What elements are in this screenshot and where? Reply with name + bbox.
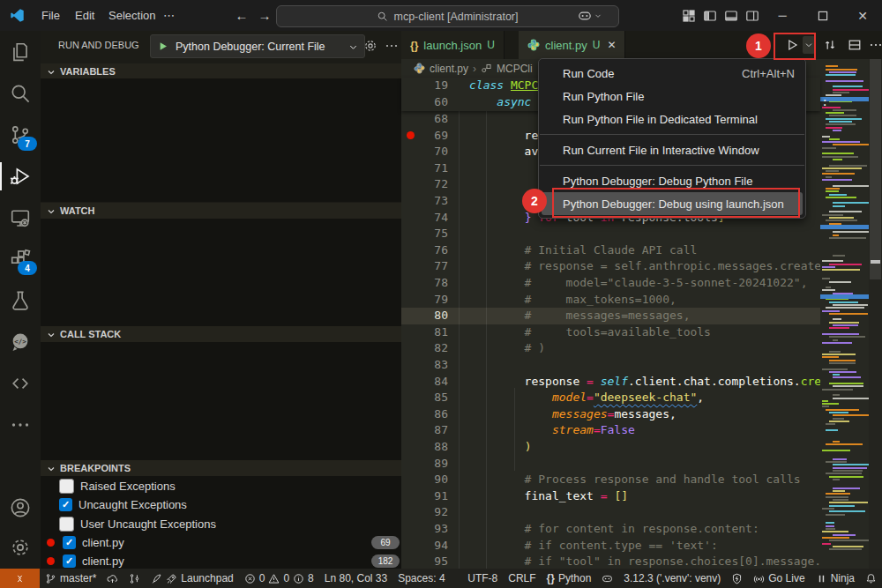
code-line[interactable]: 76 # Initial Claude API call [401,242,820,259]
menu-item-run-python-file-in-dedicated-terminal[interactable]: Run Python File in Dedicated Terminal [539,108,805,130]
editor-more-actions[interactable] [866,35,882,55]
nav-forward-button[interactable]: → [254,0,275,31]
line-number-gutter[interactable]: 85 [401,390,459,406]
line-number-gutter[interactable]: 83 [401,357,459,374]
status-publish-changes[interactable] [101,569,123,588]
status-language-mode[interactable]: {}Python [542,569,597,588]
activity-item-run-and-debug[interactable] [0,156,41,197]
status-cursor-position[interactable]: Ln 80, Col 33 [319,569,392,588]
menu-selection[interactable]: Selection [101,0,163,31]
code-line[interactable]: 90 # Process response and handle tool ca… [401,472,820,488]
minimap[interactable] [820,59,869,569]
close-button[interactable]: ✕ [843,0,882,31]
line-number-gutter[interactable]: 81 [401,324,459,341]
section-header-breakpoints[interactable]: BREAKPOINTS [41,460,405,476]
status-problems[interactable]: 008 [239,569,319,588]
breakpoint-row[interactable]: ✓client.py69 [41,533,407,552]
code-line[interactable]: 94 # if content.type == 'text': [401,538,820,555]
status-encoding[interactable]: UTF-8 [462,569,503,588]
code-line[interactable]: 77 # response = self.anthropic.messages.… [401,258,820,275]
code-line[interactable]: 80 # messages=messages, [401,308,820,324]
debug-settings-gear[interactable] [360,34,381,56]
menu-edit[interactable]: Edit [67,0,102,31]
line-number-gutter[interactable]: 87 [401,422,459,439]
nav-back-button[interactable]: ← [231,0,252,31]
editor-scrollbar[interactable] [869,59,882,569]
breadcrumb-symbol[interactable]: MCPCli [497,63,533,75]
status-launchpad[interactable]: Launchpad [146,569,238,588]
line-number-gutter[interactable]: 76 [401,242,459,259]
code-line[interactable]: 79 # max_tokens=1000, [401,292,820,309]
checkbox[interactable]: ✓ [63,555,76,568]
code-line[interactable]: 84 response = self.client.chat.completio… [401,374,820,391]
minimize-button[interactable]: ─ [762,0,803,31]
line-number-gutter[interactable]: 19 [401,78,459,94]
code-line[interactable]: 78 # model="claude-3-5-sonnet-20241022", [401,275,820,292]
menu-item-run-code[interactable]: Run CodeCtrl+Alt+N [539,62,805,85]
breakpoint-row[interactable]: ✓Uncaught Exceptions [41,495,420,514]
line-number-gutter[interactable]: 89 [401,456,459,473]
line-number-gutter[interactable]: 94 [401,538,459,555]
breadcrumb-file[interactable]: client.py [430,63,468,75]
search-input[interactable]: mcp-client [Administrator] [276,5,619,27]
line-number-gutter[interactable]: 84 [401,374,459,391]
line-number-gutter[interactable]: 95 [401,554,459,569]
status-notifications[interactable] [860,569,882,588]
activity-item-source-control[interactable]: 7 [0,115,41,155]
split-editor-icon[interactable] [845,35,864,55]
toggle-secondary-sidebar-icon[interactable] [743,0,762,31]
activity-item-extensions[interactable]: 4 [0,239,41,279]
section-header-watch[interactable]: WATCH [41,203,405,219]
code-line[interactable]: 92 [401,504,820,521]
code-line[interactable]: 87 stream=False [401,422,820,439]
line-number-gutter[interactable]: 71 [401,160,459,177]
activity-item-accounts[interactable] [0,488,41,528]
status-python-interpreter[interactable]: 3.12.3 ('.venv': venv) [618,569,726,588]
status-go-live[interactable]: Go Live [748,569,810,588]
status-indentation[interactable]: Spaces: 4 [392,569,450,588]
line-number-gutter[interactable]: 78 [401,275,459,292]
line-number-gutter[interactable]: 91 [401,488,459,505]
tab-launch-json[interactable]: {}launch.jsonU [401,31,505,59]
checkbox[interactable] [59,479,74,494]
toggle-sidebar-icon[interactable] [700,0,720,31]
breakpoint-row[interactable]: User Uncaught Exceptions [41,515,420,533]
line-number-gutter[interactable]: 80 [401,308,459,324]
line-number-gutter[interactable]: 90 [401,472,459,488]
code-line[interactable]: 91 final_text = [] [401,488,820,505]
sidebar-more-actions[interactable] [381,34,402,56]
status-git-branch[interactable]: master* [40,569,101,588]
line-number-gutter[interactable]: 60 [401,94,459,111]
line-number-gutter[interactable]: 88 [401,439,459,456]
line-number-gutter[interactable]: 75 [401,226,459,242]
breakpoint-row[interactable]: Raised Exceptions [41,477,420,495]
line-number-gutter[interactable]: 82 [401,340,459,357]
line-number-gutter[interactable]: 79 [401,292,459,309]
line-number-gutter[interactable]: 73 [401,193,459,210]
code-line[interactable]: 86 messages=messages, [401,406,820,423]
code-line[interactable]: 95 # if "tool" in response.choices[0].me… [401,554,820,569]
maximize-button[interactable] [803,0,843,31]
breakpoint-dot-icon[interactable] [407,131,415,139]
activity-item-remote-explorer[interactable] [0,197,41,238]
code-line[interactable]: 82 # ) [401,340,820,357]
activity-item-explorer[interactable] [0,32,41,72]
code-line[interactable]: 88 ) [401,439,820,456]
checkbox[interactable]: ✓ [59,498,72,511]
code-line[interactable]: 93 # for content in response.content: [401,521,820,538]
tab-client-py[interactable]: client.pyU✕ [519,31,625,59]
activity-item-manage[interactable] [0,527,41,568]
menu-item-run-python-file[interactable]: Run Python File [539,85,805,108]
line-number-gutter[interactable]: 93 [401,521,459,538]
menu-[interactable]: ⋯ [155,0,183,31]
section-header-call-stack[interactable]: CALL STACK [41,326,405,342]
customize-layout-icon[interactable] [679,0,699,31]
line-number-gutter[interactable]: 86 [401,406,459,423]
open-changes-icon[interactable] [820,35,840,55]
status-eol-sequence[interactable]: CRLF [503,569,541,588]
code-line[interactable]: 81 # tools=available_tools [401,324,820,341]
line-number-gutter[interactable]: 74 [401,210,459,227]
status-copilot-status[interactable] [596,569,618,588]
activity-item-additional-views[interactable] [0,405,41,445]
code-line[interactable]: 85 model="deepseek-chat", [401,390,820,406]
